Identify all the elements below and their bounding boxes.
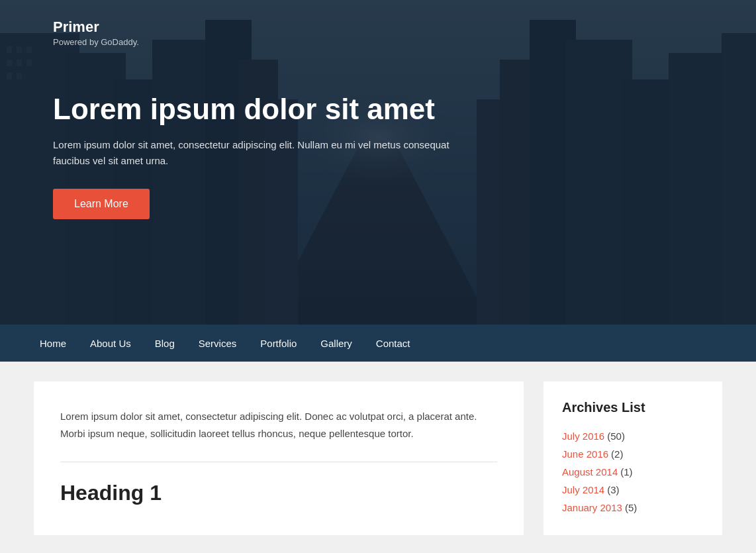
archive-link-aug2014[interactable]: August 2014 xyxy=(562,466,618,478)
brand-title: Primer xyxy=(53,19,703,36)
nav-item-portfolio[interactable]: Portfolio xyxy=(248,325,308,362)
hero-section: Primer Powered by GoDaddy. Lorem ipsum d… xyxy=(0,0,756,325)
archive-count-jan2013: (5) xyxy=(625,502,637,513)
nav-item-blog[interactable]: Blog xyxy=(143,325,187,362)
archive-link-july2016[interactable]: July 2016 xyxy=(562,430,604,442)
learn-more-button[interactable]: Learn More xyxy=(53,189,150,219)
content-heading: Heading 1 xyxy=(60,481,497,505)
archive-count-aug2014: (1) xyxy=(620,466,632,478)
archive-count-july2014: (3) xyxy=(607,484,619,495)
archive-link-jan2013[interactable]: January 2013 xyxy=(562,502,622,513)
list-item: July 2014 (3) xyxy=(562,481,704,499)
list-item: January 2013 (5) xyxy=(562,499,704,517)
brand-subtitle: Powered by GoDaddy. xyxy=(53,37,703,47)
list-item: June 2016 (2) xyxy=(562,445,704,463)
list-item: July 2016 (50) xyxy=(562,427,704,445)
main-layout: Lorem ipsum dolor sit amet, consectetur … xyxy=(21,381,735,535)
archives-title: Archives List xyxy=(562,400,704,415)
nav-item-contact[interactable]: Contact xyxy=(364,325,422,362)
content-intro-text: Lorem ipsum dolor sit amet, consectetur … xyxy=(60,408,497,442)
nav-item-home[interactable]: Home xyxy=(40,325,78,362)
archive-list: July 2016 (50) June 2016 (2) August 2014… xyxy=(562,427,704,517)
main-navigation: Home About Us Blog Services Portfolio Ga… xyxy=(0,325,756,362)
content-divider xyxy=(60,462,497,462)
hero-heading: Lorem ipsum dolor sit amet xyxy=(53,93,463,125)
sidebar: Archives List July 2016 (50) June 2016 (… xyxy=(543,381,722,535)
hero-description: Lorem ipsum dolor sit amet, consectetur … xyxy=(53,137,463,169)
archive-link-july2014[interactable]: July 2014 xyxy=(562,484,604,495)
archives-widget: Archives List July 2016 (50) June 2016 (… xyxy=(543,381,722,535)
archive-link-june2016[interactable]: June 2016 xyxy=(562,448,608,460)
hero-main-content: Lorem ipsum dolor sit amet Lorem ipsum d… xyxy=(53,93,703,219)
nav-item-services[interactable]: Services xyxy=(187,325,249,362)
nav-item-gallery[interactable]: Gallery xyxy=(308,325,364,362)
archive-count-july2016: (50) xyxy=(607,430,625,442)
hero-content-wrapper: Primer Powered by GoDaddy. Lorem ipsum d… xyxy=(0,0,756,238)
nav-item-about[interactable]: About Us xyxy=(78,325,143,362)
content-area: Lorem ipsum dolor sit amet, consectetur … xyxy=(34,381,524,535)
archive-count-june2016: (2) xyxy=(611,448,623,460)
brand-block: Primer Powered by GoDaddy. xyxy=(53,19,703,47)
list-item: August 2014 (1) xyxy=(562,463,704,481)
